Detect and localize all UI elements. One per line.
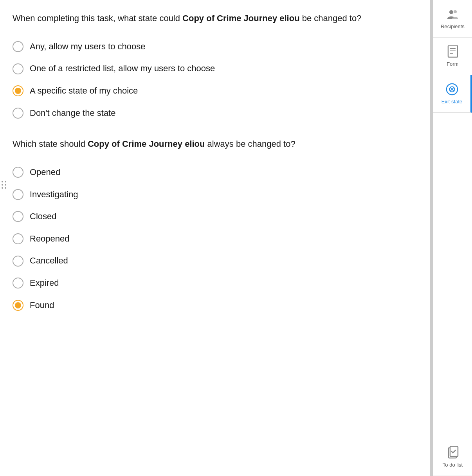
state-option-closed[interactable]: Closed bbox=[13, 206, 414, 228]
state-cancelled-label: Cancelled bbox=[30, 255, 68, 267]
question2-bold: Copy of Crime Journey eliou bbox=[88, 139, 205, 149]
vertical-divider bbox=[430, 0, 433, 476]
option-any-label: Any, allow my users to choose bbox=[30, 41, 146, 52]
question2-text: Which state should Copy of Crime Journey… bbox=[13, 138, 414, 150]
radio-expired[interactable] bbox=[13, 278, 23, 288]
sidebar-recipients-label: Recipients bbox=[441, 23, 465, 29]
state-found-label: Found bbox=[30, 300, 54, 311]
radio-reopened[interactable] bbox=[13, 233, 23, 244]
state-option-expired[interactable]: Expired bbox=[13, 272, 414, 294]
exit-state-icon bbox=[446, 83, 458, 96]
todo-icon bbox=[447, 446, 459, 459]
sidebar-form-label: Form bbox=[447, 61, 458, 67]
radio-cancelled[interactable] bbox=[13, 256, 23, 267]
sidebar: Recipients Form Exit state bbox=[433, 0, 472, 476]
radio-restricted[interactable] bbox=[13, 63, 23, 74]
state-option-cancelled[interactable]: Cancelled bbox=[13, 250, 414, 272]
radio-investigating[interactable] bbox=[13, 189, 23, 200]
question1-text: When completing this task, what state co… bbox=[13, 13, 414, 25]
option-specific-label: A specific state of my choice bbox=[30, 85, 138, 97]
radio-found[interactable] bbox=[13, 300, 23, 311]
radio-opened[interactable] bbox=[13, 167, 23, 178]
sidebar-item-form[interactable]: Form bbox=[433, 38, 472, 75]
option-any[interactable]: Any, allow my users to choose bbox=[13, 36, 414, 58]
state-option-found[interactable]: Found bbox=[13, 294, 414, 317]
sidebar-item-recipients[interactable]: Recipients bbox=[433, 0, 472, 38]
state-closed-label: Closed bbox=[30, 211, 56, 222]
option-restricted-label: One of a restricted list, allow my users… bbox=[30, 63, 215, 74]
state-option-investigating[interactable]: Investigating bbox=[13, 184, 414, 206]
state-options-container: Opened Investigating Closed Reopened Can… bbox=[13, 161, 414, 316]
form-icon bbox=[447, 45, 459, 58]
state-reopened-label: Reopened bbox=[30, 233, 70, 245]
option-restricted[interactable]: One of a restricted list, allow my users… bbox=[13, 58, 414, 80]
state-opened-label: Opened bbox=[30, 167, 60, 178]
option-dont-change-label: Don't change the state bbox=[30, 108, 115, 119]
drag-handle bbox=[2, 181, 6, 189]
sidebar-spacer bbox=[433, 113, 472, 438]
state-investigating-label: Investigating bbox=[30, 189, 78, 200]
state-option-opened[interactable]: Opened bbox=[13, 161, 414, 184]
sidebar-item-todo[interactable]: To do list bbox=[433, 438, 472, 476]
state-expired-label: Expired bbox=[30, 278, 59, 289]
radio-dont-change[interactable] bbox=[13, 108, 23, 119]
state-option-reopened[interactable]: Reopened bbox=[13, 228, 414, 250]
recipients-icon bbox=[447, 8, 459, 20]
main-content: When completing this task, what state co… bbox=[0, 0, 430, 476]
state-options: Opened Investigating Closed Reopened Can… bbox=[13, 161, 414, 316]
question1-bold: Copy of Crime Journey eliou bbox=[182, 13, 300, 23]
svg-point-0 bbox=[449, 10, 453, 14]
sidebar-exit-state-label: Exit state bbox=[441, 99, 462, 105]
option-dont-change[interactable]: Don't change the state bbox=[13, 102, 414, 124]
radio-any[interactable] bbox=[13, 41, 23, 52]
sidebar-item-exit-state[interactable]: Exit state bbox=[433, 75, 472, 113]
question1-options: Any, allow my users to choose One of a r… bbox=[13, 36, 414, 124]
svg-point-1 bbox=[454, 10, 457, 13]
sidebar-todo-label: To do list bbox=[443, 462, 463, 468]
option-specific[interactable]: A specific state of my choice bbox=[13, 80, 414, 102]
radio-specific[interactable] bbox=[13, 85, 23, 96]
radio-closed[interactable] bbox=[13, 211, 23, 222]
